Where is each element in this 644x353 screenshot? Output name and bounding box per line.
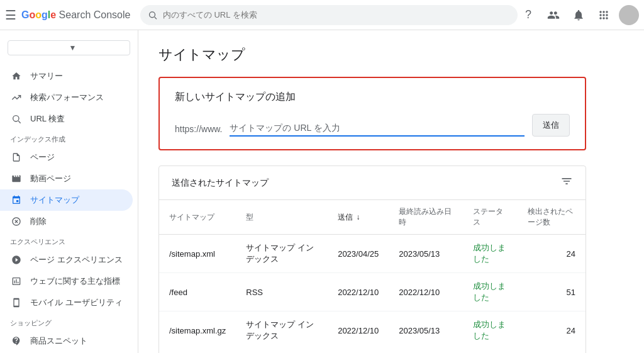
page-icon bbox=[10, 152, 23, 162]
sidebar-item-videos[interactable]: 動画ページ bbox=[0, 168, 133, 189]
sidebar-item-label: モバイル ユーザビリティ bbox=[30, 297, 123, 308]
sidebar-item-summary[interactable]: サマリー bbox=[0, 65, 133, 87]
submitted-header: 送信されたサイトマップ bbox=[159, 166, 586, 200]
sidebar-item-label: サマリー bbox=[30, 70, 63, 82]
add-sitemap-input-row: https://www. 送信 bbox=[175, 114, 570, 137]
accounts-icon[interactable] bbox=[543, 5, 564, 25]
product-icon bbox=[10, 336, 23, 346]
app-logo: Google Search Console bbox=[21, 9, 130, 21]
cell-submitted: 2022/12/10 bbox=[328, 273, 389, 311]
cell-submitted: 2022/12/10 bbox=[328, 311, 389, 350]
page-title: サイトマップ bbox=[158, 45, 624, 64]
sidebar-item-label: 検索パフォーマンス bbox=[30, 92, 104, 103]
home-icon bbox=[10, 71, 23, 81]
svg-point-0 bbox=[150, 11, 155, 17]
sitemap-url-input[interactable] bbox=[230, 120, 525, 135]
svg-point-2 bbox=[13, 116, 19, 121]
sidebar-item-label: サイトマップ bbox=[30, 194, 79, 206]
notifications-icon[interactable] bbox=[569, 5, 589, 25]
cell-status: 成功しました bbox=[463, 273, 518, 311]
svg-line-1 bbox=[155, 17, 157, 19]
cell-sitemap: /sitemap.xml.gz bbox=[159, 311, 236, 350]
sidebar-item-label: 削除 bbox=[30, 216, 47, 227]
search-input[interactable] bbox=[163, 10, 511, 20]
sidebar-item-removals[interactable]: 削除 bbox=[0, 211, 133, 232]
search-icon bbox=[10, 114, 23, 124]
search-bar[interactable] bbox=[140, 5, 518, 25]
main-layout: ▼ サマリー 検索パフォーマンス URL 検査 インデックス作成 bbox=[0, 30, 644, 353]
sitemap-icon bbox=[10, 195, 23, 205]
cell-type: サイトマップ インデックス bbox=[236, 311, 328, 350]
sidebar-item-label: 動画ページ bbox=[30, 173, 71, 184]
chart-icon bbox=[10, 276, 23, 286]
cell-submitted: 2023/04/25 bbox=[328, 235, 389, 273]
sidebar-item-page-experience[interactable]: ページ エクスペリエンス bbox=[0, 249, 133, 271]
cell-type: サイトマップ インデックス bbox=[236, 235, 328, 273]
sidebar-item-mobile-usability[interactable]: モバイル ユーザビリティ bbox=[0, 292, 133, 313]
section-experience-label: エクスペリエンス bbox=[0, 232, 138, 249]
sidebar-item-label: ページ bbox=[30, 152, 55, 163]
sitemaps-table: サイトマップ 型 送信 ↓ 最終読み込み日時 ステータス 検出されたページ数 /… bbox=[159, 200, 586, 349]
site-selector[interactable]: ▼ bbox=[8, 40, 130, 55]
avatar[interactable] bbox=[619, 5, 639, 25]
col-sitemap: サイトマップ bbox=[159, 200, 236, 235]
table-row: /sitemap.xml.gz サイトマップ インデックス 2022/12/10… bbox=[159, 311, 586, 350]
col-status: ステータス bbox=[463, 200, 518, 235]
add-sitemap-title: 新しいサイトマップの追加 bbox=[175, 91, 570, 104]
video-icon bbox=[10, 174, 23, 184]
cell-last-read: 2023/05/13 bbox=[389, 235, 462, 273]
topbar: ☰ Google Search Console ? bbox=[0, 0, 644, 30]
trending-icon bbox=[10, 92, 23, 103]
apps-icon[interactable] bbox=[594, 5, 614, 25]
cell-sitemap: /sitemap.xml bbox=[159, 235, 236, 273]
col-last-read: 最終読み込み日時 bbox=[389, 200, 462, 235]
sidebar-item-search-performance[interactable]: 検索パフォーマンス bbox=[0, 87, 133, 108]
mobile-icon bbox=[10, 298, 23, 308]
experience-icon bbox=[10, 255, 23, 265]
cell-pages: 24 bbox=[518, 311, 586, 350]
help-icon[interactable]: ? bbox=[518, 5, 538, 25]
cell-pages: 24 bbox=[518, 235, 586, 273]
sidebar-item-url-inspection[interactable]: URL 検査 bbox=[0, 108, 133, 130]
site-selector-text bbox=[13, 43, 69, 52]
sidebar-item-pages[interactable]: ページ bbox=[0, 147, 133, 168]
submitted-title: 送信されたサイトマップ bbox=[172, 177, 269, 189]
search-icon bbox=[148, 10, 157, 20]
url-prefix: https://www. bbox=[175, 124, 222, 137]
table-row: /sitemap.xml サイトマップ インデックス 2023/04/25 20… bbox=[159, 235, 586, 273]
cell-last-read: 2022/12/10 bbox=[389, 273, 462, 311]
sidebar: ▼ サマリー 検索パフォーマンス URL 検査 インデックス作成 bbox=[0, 30, 138, 353]
cell-sitemap: /feed bbox=[159, 273, 236, 311]
svg-line-3 bbox=[18, 121, 20, 123]
table-header: サイトマップ 型 送信 ↓ 最終読み込み日時 ステータス 検出されたページ数 bbox=[159, 200, 586, 235]
sidebar-item-label: URL 検査 bbox=[30, 113, 65, 125]
col-type: 型 bbox=[236, 200, 328, 235]
menu-icon[interactable]: ☰ bbox=[5, 8, 16, 23]
sidebar-item-label: 商品スニペット bbox=[30, 335, 87, 347]
col-submitted[interactable]: 送信 ↓ bbox=[328, 200, 389, 235]
section-shopping-label: ショッピング bbox=[0, 313, 138, 330]
topbar-icons: ? bbox=[518, 5, 639, 25]
sidebar-item-label: ページ エクスペリエンス bbox=[30, 254, 123, 266]
table-body: /sitemap.xml サイトマップ インデックス 2023/04/25 20… bbox=[159, 235, 586, 350]
section-index-label: インデックス作成 bbox=[0, 130, 138, 147]
cell-status: 成功しました bbox=[463, 235, 518, 273]
filter-icon[interactable] bbox=[560, 175, 573, 191]
sidebar-item-label: ウェブに関する主な指標 bbox=[30, 276, 120, 287]
submit-sitemap-button[interactable]: 送信 bbox=[532, 114, 570, 137]
cell-pages: 51 bbox=[518, 273, 586, 311]
main-content: サイトマップ 新しいサイトマップの追加 https://www. 送信 送信され… bbox=[138, 30, 644, 353]
cell-last-read: 2023/05/13 bbox=[389, 311, 462, 350]
cell-status: 成功しました bbox=[463, 311, 518, 350]
url-input-wrapper bbox=[230, 120, 525, 137]
cell-type: RSS bbox=[236, 273, 328, 311]
table-row: /feed RSS 2022/12/10 2022/12/10 成功しました 5… bbox=[159, 273, 586, 311]
add-sitemap-card: 新しいサイトマップの追加 https://www. 送信 bbox=[158, 77, 586, 150]
col-pages: 検出されたページ数 bbox=[518, 200, 586, 235]
sidebar-item-core-web-vitals[interactable]: ウェブに関する主な指標 bbox=[0, 271, 133, 292]
chevron-down-icon: ▼ bbox=[69, 43, 125, 52]
sidebar-item-sitemaps[interactable]: サイトマップ bbox=[0, 189, 133, 211]
sidebar-item-product-snippets[interactable]: 商品スニペット bbox=[0, 330, 133, 352]
submitted-sitemaps-card: 送信されたサイトマップ サイトマップ 型 送信 ↓ 最終読み込み日時 ステータス… bbox=[158, 165, 586, 353]
remove-icon bbox=[10, 216, 23, 227]
